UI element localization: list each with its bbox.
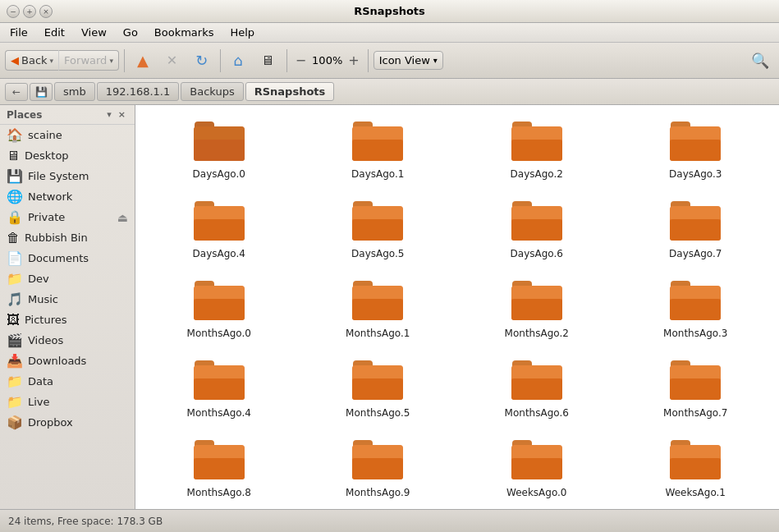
svg-rect-66 — [194, 445, 245, 460]
folder-item-monthsago9[interactable]: MonthsAgo.9 — [303, 432, 454, 503]
svg-rect-27 — [511, 219, 562, 241]
stop-button[interactable]: ✕ — [159, 49, 185, 71]
folder-item-daysago2[interactable]: DaysAgo.2 — [461, 113, 612, 185]
home-button[interactable]: ⌂ — [226, 48, 250, 72]
breadcrumb-disk-button[interactable]: 💾 — [30, 83, 53, 101]
separator-3 — [286, 49, 287, 72]
folder-item-daysago3[interactable]: DaysAgo.3 — [621, 113, 772, 185]
breadcrumb-item-0[interactable]: smb — [54, 82, 95, 101]
folder-item-monthsago7[interactable]: MonthsAgo.7 — [621, 352, 772, 424]
folder-item-monthsago2[interactable]: MonthsAgo.2 — [461, 273, 612, 344]
folder-item-monthsago0[interactable]: MonthsAgo.0 — [144, 273, 295, 344]
close-button[interactable]: × — [39, 5, 53, 18]
menu-item-help[interactable]: Help — [223, 25, 261, 40]
sidebar-item-documents[interactable]: 📄Documents — [0, 248, 135, 268]
search-button[interactable]: 🔍 — [746, 50, 774, 71]
folder-icon-weeksago1 — [669, 437, 722, 484]
folder-label-monthsago0: MonthsAgo.0 — [187, 328, 251, 339]
folder-item-weeksago0[interactable]: WeeksAgo.0 — [461, 432, 612, 503]
folder-icon-daysago0 — [193, 118, 245, 165]
folder-label-daysago1: DaysAgo.1 — [351, 168, 404, 180]
sidebar-label-videos: Videos — [28, 334, 63, 346]
sidebar-icon-private: 🔒 — [7, 209, 23, 225]
svg-rect-79 — [670, 458, 721, 479]
folder-item-monthsago6[interactable]: MonthsAgo.6 — [461, 352, 612, 424]
sidebar-item-filesystem[interactable]: 💾File System — [0, 166, 135, 186]
breadcrumb-item-3[interactable]: RSnapshots — [245, 82, 335, 101]
menu-item-go[interactable]: Go — [117, 25, 144, 40]
folder-item-daysago6[interactable]: DaysAgo.6 — [461, 193, 612, 264]
sidebar-item-private[interactable]: 🔒Private⏏ — [0, 207, 135, 227]
sidebar-label-downloads: Downloads — [28, 355, 86, 367]
view-selector[interactable]: Icon View ▾ — [373, 51, 443, 70]
maximize-button[interactable]: + — [23, 5, 36, 18]
reload-button[interactable]: ↻ — [188, 48, 215, 72]
minimize-button[interactable]: − — [7, 5, 20, 18]
folder-item-daysago7[interactable]: DaysAgo.7 — [621, 193, 772, 264]
folder-item-monthsago5[interactable]: MonthsAgo.5 — [303, 352, 454, 424]
sidebar-item-downloads[interactable]: 📥Downloads — [0, 351, 135, 371]
zoom-out-button[interactable]: − — [292, 51, 309, 70]
folder-item-monthsago8[interactable]: MonthsAgo.8 — [144, 432, 295, 503]
menu-item-view[interactable]: View — [75, 25, 113, 40]
folder-item-daysago1[interactable]: DaysAgo.1 — [303, 113, 454, 185]
sidebar-icon-filesystem: 💾 — [7, 168, 23, 184]
folder-icon-monthsago2 — [511, 277, 563, 324]
sidebar-item-rubbishbin[interactable]: 🗑Rubbish Bin — [0, 227, 135, 248]
back-dropdown-icon: ▾ — [50, 57, 54, 65]
back-button[interactable]: ◀ Back ▾ — [5, 50, 58, 71]
svg-rect-18 — [194, 206, 245, 221]
up-icon: ▲ — [137, 52, 149, 69]
folder-item-daysago0[interactable]: DaysAgo.0 — [144, 113, 295, 185]
folder-item-daysago4[interactable]: DaysAgo.4 — [144, 193, 295, 264]
folder-item-weeksago1[interactable]: WeeksAgo.1 — [621, 432, 772, 503]
toolbar: ◀ Back ▾ Forward ▾ ▲ ✕ ↻ ⌂ 🖥 − 100% + — [0, 43, 779, 79]
sidebar-item-desktop[interactable]: 🖥Desktop — [0, 145, 135, 166]
separator-4 — [368, 49, 369, 72]
eject-icon-private[interactable]: ⏏ — [117, 211, 128, 224]
folder-label-monthsago7: MonthsAgo.7 — [663, 407, 727, 419]
menu-item-edit[interactable]: Edit — [38, 25, 71, 40]
zoom-in-button[interactable]: + — [345, 51, 362, 70]
sidebar-item-live[interactable]: 📁Live — [0, 392, 135, 412]
svg-rect-30 — [670, 206, 721, 221]
sidebar-icon-videos: 🎬 — [7, 332, 23, 348]
svg-rect-43 — [511, 299, 562, 320]
menu-item-file[interactable]: File — [3, 25, 34, 40]
folder-label-monthsago5: MonthsAgo.5 — [346, 407, 410, 419]
sidebar-item-scaine[interactable]: 🏠scaine — [0, 125, 135, 145]
svg-rect-47 — [670, 299, 721, 320]
svg-rect-11 — [511, 140, 562, 161]
sidebar-expand-button[interactable]: ▾ — [104, 108, 114, 121]
computer-icon: 🖥 — [261, 53, 274, 68]
svg-rect-63 — [670, 378, 721, 400]
sidebar-item-network[interactable]: 🌐Network — [0, 186, 135, 207]
sidebar-label-private: Private — [28, 211, 65, 223]
up-button[interactable]: ▲ — [130, 48, 156, 72]
forward-button[interactable]: Forward ▾ — [58, 50, 119, 71]
sidebar-item-music[interactable]: 🎵Music — [0, 289, 135, 310]
menu-item-bookmarks[interactable]: Bookmarks — [148, 25, 221, 40]
computer-button[interactable]: 🖥 — [254, 49, 282, 71]
sidebar-item-videos[interactable]: 🎬Videos — [0, 330, 135, 351]
folder-item-monthsago1[interactable]: MonthsAgo.1 — [303, 273, 454, 344]
sidebar-item-data[interactable]: 📁Data — [0, 371, 135, 392]
folder-item-monthsago3[interactable]: MonthsAgo.3 — [621, 273, 772, 344]
sidebar-item-dev[interactable]: 📁Dev — [0, 268, 135, 289]
sidebar-item-dropbox[interactable]: 📦Dropbox — [0, 412, 135, 433]
sidebar: Places ▾ × 🏠scaine🖥Desktop💾File System🌐N… — [0, 105, 135, 509]
sidebar-label-network: Network — [28, 190, 72, 203]
file-content-area: DaysAgo.0DaysAgo.1DaysAgo.2DaysAgo.3Days… — [135, 105, 779, 509]
sidebar-close-button[interactable]: × — [116, 108, 128, 121]
svg-rect-59 — [511, 378, 562, 400]
folder-item-daysago5[interactable]: DaysAgo.5 — [303, 193, 454, 264]
svg-rect-42 — [511, 286, 562, 300]
folder-item-monthsago4[interactable]: MonthsAgo.4 — [144, 352, 295, 424]
sidebar-icon-live: 📁 — [7, 394, 23, 410]
breadcrumb-item-2[interactable]: Backups — [181, 82, 243, 101]
breadcrumb-back-button[interactable]: ← — [5, 83, 28, 101]
svg-rect-22 — [352, 206, 403, 221]
sidebar-item-pictures[interactable]: 🖼Pictures — [0, 310, 135, 330]
breadcrumb-item-1[interactable]: 192.168.1.1 — [97, 82, 180, 101]
svg-rect-62 — [670, 365, 721, 380]
